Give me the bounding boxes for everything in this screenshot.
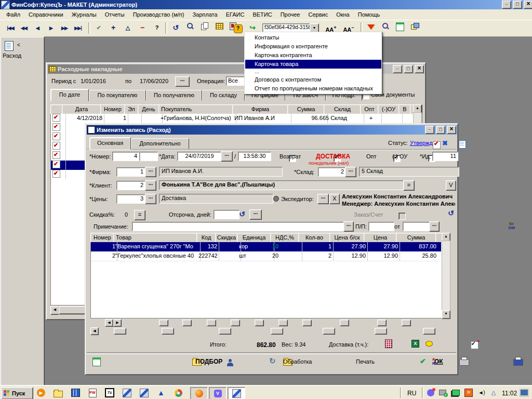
goods-hscroll-thumb[interactable] bbox=[271, 328, 283, 335]
note-ellipsis-button[interactable] bbox=[343, 221, 354, 232]
gcol-discount[interactable]: Скидка bbox=[215, 233, 238, 243]
col-sum[interactable]: Сумма bbox=[287, 104, 325, 114]
date-ellipsis-button[interactable] bbox=[221, 151, 233, 162]
clock[interactable]: 11:02 bbox=[502, 390, 517, 397]
chrome-icon[interactable] bbox=[171, 387, 185, 398]
goods-hscroll-thumb[interactable] bbox=[114, 328, 126, 335]
col-slider-thumb[interactable] bbox=[159, 320, 168, 326]
tab-by-stock[interactable]: По складу bbox=[202, 90, 245, 101]
ok-check-icon[interactable]: ✔ bbox=[420, 357, 426, 365]
col-opt[interactable]: Опт bbox=[360, 104, 379, 114]
order-invoice-checkbox[interactable] bbox=[398, 212, 406, 220]
tray-app-icon[interactable]: ≋ bbox=[464, 388, 473, 397]
cascade-windows-icon[interactable] bbox=[408, 22, 421, 34]
tab-by-date[interactable]: По дате bbox=[50, 89, 89, 101]
note-input[interactable] bbox=[132, 222, 344, 231]
close-button[interactable] bbox=[524, 1, 532, 9]
side-panel-label[interactable]: Расход bbox=[3, 52, 42, 59]
edit-close-button[interactable] bbox=[447, 126, 456, 134]
defer-ellipsis-button[interactable] bbox=[249, 209, 262, 220]
menu-file[interactable]: Файл bbox=[2, 10, 24, 19]
nav-last-button[interactable] bbox=[72, 22, 84, 34]
menu-salary[interactable]: Зарплата bbox=[188, 10, 221, 19]
currency-icon[interactable] bbox=[508, 222, 516, 230]
undo-icon[interactable] bbox=[169, 22, 182, 34]
firefox-task-button[interactable] bbox=[190, 387, 208, 399]
col-slider-right[interactable]: ▶ bbox=[113, 319, 122, 327]
col-slider-thumb[interactable] bbox=[207, 320, 216, 326]
defer-input[interactable] bbox=[214, 210, 240, 219]
search-icon[interactable] bbox=[184, 22, 196, 34]
firm-ellipsis-button[interactable] bbox=[145, 167, 156, 177]
invoices-minimize-button[interactable] bbox=[393, 65, 402, 73]
col-ou[interactable]: (-)ОУ bbox=[378, 104, 400, 114]
gcol-product[interactable]: Товар bbox=[113, 233, 200, 243]
discount-equal-button[interactable]: = bbox=[134, 210, 145, 220]
date-input[interactable]: 24/07/2019 bbox=[177, 152, 222, 161]
period-ellipsis-button[interactable] bbox=[175, 76, 190, 87]
col-slider-left[interactable]: ◀ bbox=[105, 319, 113, 327]
menu-reports[interactable]: Отчеты bbox=[101, 10, 129, 19]
number-suffix-input[interactable] bbox=[139, 152, 158, 161]
tray-viber-icon[interactable] bbox=[426, 388, 435, 397]
col-number[interactable]: Номер bbox=[100, 104, 125, 114]
menu-help[interactable]: Помощь bbox=[354, 10, 384, 19]
confirm-button[interactable]: ✔ bbox=[92, 22, 105, 34]
goods-hscroll-thumb[interactable] bbox=[162, 328, 174, 335]
goods-hscroll-thumb[interactable] bbox=[375, 328, 387, 335]
period-from-value[interactable]: 1/01/2016 bbox=[81, 78, 106, 84]
period-to-value[interactable]: 17/06/2020 bbox=[140, 78, 168, 84]
gcol-code[interactable]: Код bbox=[196, 233, 216, 243]
menu-item-counterparty-card[interactable]: Карточка контрагента bbox=[245, 51, 381, 60]
client-v-button[interactable]: V bbox=[446, 180, 456, 191]
7zip-icon[interactable]: 7z bbox=[103, 387, 116, 398]
col-el[interactable]: Эл bbox=[124, 104, 139, 114]
finsoft-active-task-button[interactable] bbox=[228, 387, 245, 399]
nav-fast-next-button[interactable] bbox=[58, 22, 71, 34]
menu-production[interactable]: Производство (м/п) bbox=[129, 10, 189, 19]
minimize-button[interactable] bbox=[502, 1, 511, 9]
new-doc-icon[interactable] bbox=[92, 357, 101, 367]
client-ellipsis-button[interactable] bbox=[145, 180, 156, 191]
nav-fast-prev-button[interactable] bbox=[18, 22, 30, 34]
start-button[interactable]: Пуск bbox=[1, 387, 33, 399]
maximize-button[interactable] bbox=[513, 1, 522, 9]
menu-vetis[interactable]: ВЕТИС bbox=[248, 10, 276, 19]
help-topics-icon[interactable] bbox=[232, 23, 244, 34]
pp-input[interactable] bbox=[368, 222, 394, 231]
show-desktop-icon[interactable] bbox=[520, 388, 529, 397]
col-slider-thumb[interactable] bbox=[255, 320, 264, 326]
collapse-panel-icon[interactable]: < bbox=[17, 42, 20, 48]
goods-row-selected[interactable]: 1 "Вареная сгущенка" 270г "Мо 132 кор 10… bbox=[91, 242, 441, 251]
viber-task-button[interactable]: V bbox=[209, 387, 227, 399]
expeditor-ellipsis-button[interactable] bbox=[317, 194, 329, 204]
expense-doc-icon[interactable] bbox=[5, 41, 14, 51]
menu-item-missing-numbers-report[interactable]: Отчет по пропущенным номерам накладных bbox=[245, 84, 381, 93]
gcol-number[interactable]: Номер bbox=[90, 233, 114, 243]
stock-ellipsis-button[interactable] bbox=[345, 167, 356, 177]
menu-item-more[interactable]: ... bbox=[245, 69, 381, 75]
pp-ellipsis-button[interactable] bbox=[429, 221, 440, 232]
add-record-button[interactable]: + bbox=[107, 22, 119, 34]
goods-hscroll-thumb[interactable] bbox=[219, 328, 231, 335]
process-button[interactable]: Обработка bbox=[283, 358, 312, 365]
col-buyer[interactable]: Покупатель bbox=[158, 104, 235, 114]
tab-main[interactable]: Основная bbox=[89, 137, 131, 150]
col-v[interactable]: В bbox=[398, 104, 411, 114]
menu-journals[interactable]: Журналы bbox=[68, 10, 101, 19]
nav-next-button[interactable] bbox=[45, 22, 57, 34]
finsoft-app-icon[interactable] bbox=[120, 387, 134, 398]
pw-document-icon[interactable]: PW bbox=[86, 387, 99, 398]
menu-item-contacts[interactable]: Контакты bbox=[245, 33, 381, 42]
menu-service[interactable]: Сервис bbox=[304, 10, 332, 19]
new-window-icon[interactable] bbox=[394, 22, 406, 34]
goods-row[interactable]: 2 "Геркулес"хлопья овсяные 40 222742 шт … bbox=[91, 251, 441, 261]
podbor-button[interactable]: ПОДБОР bbox=[195, 358, 222, 365]
finsoft-app-icon[interactable] bbox=[137, 387, 151, 398]
menu-item-counterparty-info[interactable]: Информация о контрагенте bbox=[245, 42, 381, 51]
printer-settings-icon[interactable] bbox=[513, 359, 523, 366]
language-indicator[interactable]: RU bbox=[407, 390, 416, 397]
copy-icon[interactable] bbox=[198, 22, 211, 34]
pp-date-input[interactable] bbox=[403, 222, 430, 231]
col-slider-thumb[interactable] bbox=[278, 320, 288, 326]
